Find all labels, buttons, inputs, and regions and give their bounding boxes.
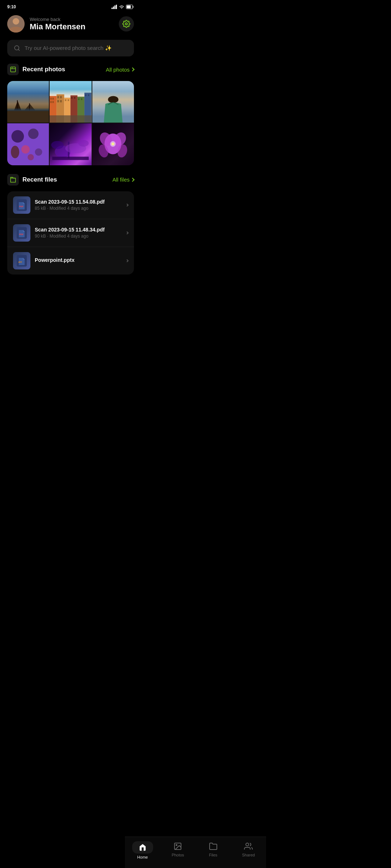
file-item[interactable]: PDF Scan 2023-09-15 11.54.08.pdf 85 kB ·…	[7, 191, 134, 219]
file-info: Powerpoint.pptx	[35, 257, 122, 264]
svg-point-41	[108, 96, 118, 103]
time-display: 9:10	[7, 4, 16, 9]
welcome-text: Welcome back	[30, 17, 85, 22]
svg-point-11	[12, 68, 12, 68]
file-thumbnail: PPT	[13, 252, 30, 269]
svg-rect-20	[52, 98, 54, 100]
gallery-icon	[10, 66, 16, 73]
wifi-icon	[119, 5, 125, 9]
status-icons	[112, 5, 134, 9]
svg-rect-2	[114, 5, 115, 9]
svg-point-8	[125, 23, 127, 25]
photo-item[interactable]	[92, 81, 134, 123]
svg-point-52	[79, 140, 89, 146]
svg-rect-22	[52, 101, 54, 103]
svg-point-60	[112, 142, 114, 145]
pdf-icon: PDF	[17, 227, 27, 239]
svg-rect-33	[74, 97, 76, 99]
svg-rect-17	[7, 109, 49, 111]
file-name: Scan 2023-09-15 11.48.34.pdf	[35, 227, 122, 233]
status-time: 9:10	[7, 4, 16, 9]
user-text: Welcome back Mia Mortensen	[30, 17, 85, 31]
file-meta: 90 kB · Modified 4 days ago	[35, 234, 122, 239]
photos-section-icon	[7, 64, 19, 75]
header: Welcome back Mia Mortensen	[0, 12, 141, 38]
photo-item[interactable]	[50, 123, 91, 165]
svg-rect-40	[50, 115, 91, 123]
svg-rect-25	[60, 96, 62, 98]
svg-rect-5	[127, 5, 131, 8]
search-placeholder: Try our AI-powered photo search ✨	[25, 45, 112, 51]
svg-point-47	[28, 154, 34, 160]
files-title-group: Recent files	[7, 174, 57, 186]
svg-point-43	[28, 129, 39, 139]
photo-item[interactable]	[7, 81, 49, 123]
file-info: Scan 2023-09-15 11.54.08.pdf 85 kB · Mod…	[35, 199, 122, 211]
svg-rect-12	[7, 110, 49, 123]
file-name: Powerpoint.pptx	[35, 257, 122, 263]
status-bar: 9:10	[0, 0, 141, 12]
svg-rect-36	[81, 98, 83, 100]
files-section-header: Recent files All files	[7, 174, 134, 186]
file-chevron-icon	[126, 203, 129, 206]
search-bar[interactable]: Try our AI-powered photo search ✨	[7, 40, 134, 56]
photo-item[interactable]	[92, 123, 134, 165]
signal-icon	[112, 5, 117, 9]
files-section-icon	[7, 174, 19, 186]
svg-rect-19	[50, 98, 52, 100]
all-files-link[interactable]: All files	[112, 176, 134, 183]
file-meta: 85 kB · Modified 4 days ago	[35, 206, 122, 211]
file-list: PDF Scan 2023-09-15 11.54.08.pdf 85 kB ·…	[7, 191, 134, 275]
svg-rect-14	[17, 100, 18, 110]
file-chevron-icon	[126, 259, 129, 262]
recent-photos-section: Recent photos All photos	[0, 64, 141, 75]
svg-rect-3	[116, 5, 117, 9]
avatar[interactable]	[7, 15, 25, 33]
recent-photos-title: Recent photos	[22, 66, 65, 73]
all-photos-label: All photos	[106, 67, 130, 73]
files-icon	[10, 176, 16, 183]
all-files-label: All files	[112, 176, 130, 183]
svg-rect-32	[71, 97, 73, 99]
user-name: Mia Mortensen	[30, 22, 85, 31]
svg-rect-39	[88, 94, 89, 96]
svg-rect-29	[65, 99, 67, 101]
svg-point-45	[35, 149, 42, 156]
chevron-right-icon	[130, 67, 134, 71]
file-thumbnail: PDF	[13, 224, 30, 242]
recent-files-title: Recent files	[22, 176, 57, 183]
pptx-icon: PPT	[17, 255, 27, 267]
file-chevron-icon	[126, 231, 129, 234]
svg-point-51	[51, 141, 64, 149]
svg-text:PPT: PPT	[18, 261, 22, 263]
photo-grid	[7, 81, 134, 165]
svg-rect-38	[85, 94, 87, 96]
file-item[interactable]: PPT Powerpoint.pptx	[7, 247, 134, 275]
file-name: Scan 2023-09-15 11.54.08.pdf	[35, 199, 122, 205]
user-info: Welcome back Mia Mortensen	[7, 15, 85, 33]
svg-rect-30	[68, 99, 69, 101]
photos-section-header: Recent photos All photos	[7, 64, 134, 75]
photo-item[interactable]	[50, 81, 91, 123]
svg-rect-1	[113, 7, 114, 9]
svg-text:PDF: PDF	[19, 205, 24, 208]
photo-item[interactable]	[7, 123, 49, 165]
all-photos-link[interactable]: All photos	[106, 67, 134, 73]
svg-point-44	[21, 145, 30, 154]
gear-icon	[122, 20, 130, 28]
svg-rect-53	[52, 157, 89, 160]
pdf-icon: PDF	[17, 199, 27, 211]
recent-files-section: Recent files All files	[0, 174, 141, 186]
svg-rect-35	[78, 98, 80, 100]
svg-rect-26	[57, 100, 59, 102]
file-info: Scan 2023-09-15 11.48.34.pdf 90 kB · Mod…	[35, 227, 122, 239]
svg-text:PDF: PDF	[19, 233, 24, 235]
svg-point-46	[11, 146, 19, 158]
svg-point-7	[13, 18, 19, 25]
file-item[interactable]: PDF Scan 2023-09-15 11.48.34.pdf 90 kB ·…	[7, 219, 134, 247]
svg-rect-21	[50, 101, 52, 103]
svg-rect-0	[112, 8, 113, 9]
settings-button[interactable]	[119, 16, 134, 31]
svg-rect-27	[60, 100, 62, 102]
photos-title-group: Recent photos	[7, 64, 65, 75]
